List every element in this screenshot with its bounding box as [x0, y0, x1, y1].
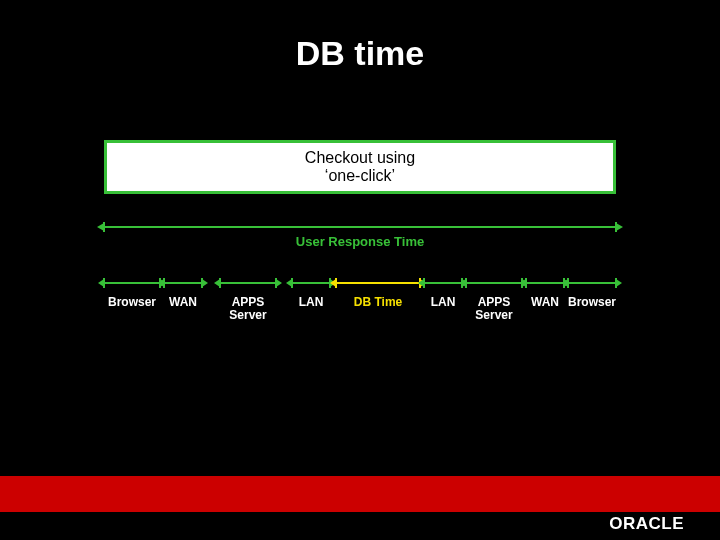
user-response-time-bar — [104, 226, 616, 228]
action-box: Checkout using ‘one-click’ — [104, 140, 616, 194]
segment-bar — [526, 282, 564, 284]
page-title: DB time — [0, 0, 720, 73]
segment-label: LAN — [286, 296, 336, 309]
action-line1: Checkout using — [305, 149, 415, 167]
segment-label: Browser — [98, 296, 166, 309]
segment-label: APPSServer — [214, 296, 282, 322]
segment-label: WAN — [158, 296, 208, 309]
segment-label: DB Time — [330, 296, 426, 309]
user-response-time-label: User Response Time — [104, 234, 616, 249]
segment-bar — [164, 282, 202, 284]
segments-row — [104, 282, 616, 284]
segment-bar — [220, 282, 276, 284]
segment-label: Browser — [562, 296, 622, 309]
action-line2: ‘one-click’ — [305, 167, 415, 185]
segment-bar — [466, 282, 522, 284]
segment-label: APPSServer — [460, 296, 528, 322]
footer-red-bar — [0, 476, 720, 512]
segments-labels: BrowserWANAPPSServerLANDB TimeLANAPPSSer… — [104, 296, 616, 330]
segment-bar — [424, 282, 462, 284]
segment-bar — [104, 282, 160, 284]
segment-bar — [336, 282, 420, 284]
segment-bar — [568, 282, 616, 284]
segment-bar — [292, 282, 330, 284]
oracle-logo: ORACLE — [609, 514, 684, 534]
